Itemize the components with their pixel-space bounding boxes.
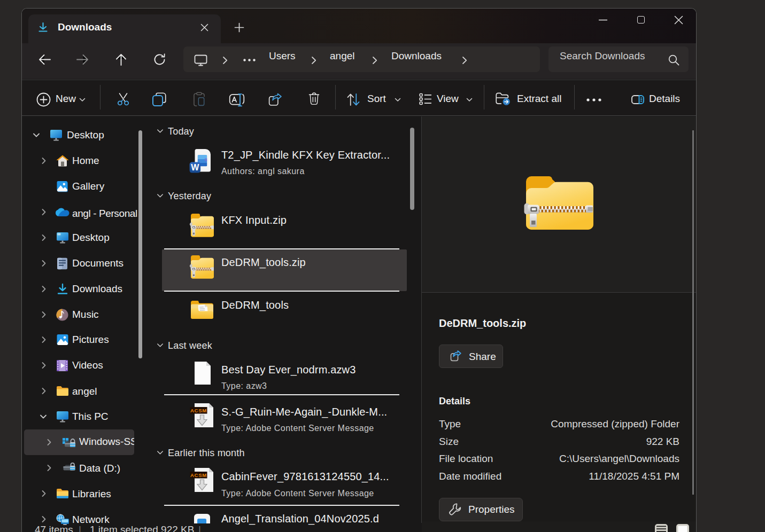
svg-text:ACSM: ACSM: [190, 472, 207, 478]
svg-text:ACSM: ACSM: [190, 408, 207, 413]
svg-text:W: W: [191, 163, 199, 172]
